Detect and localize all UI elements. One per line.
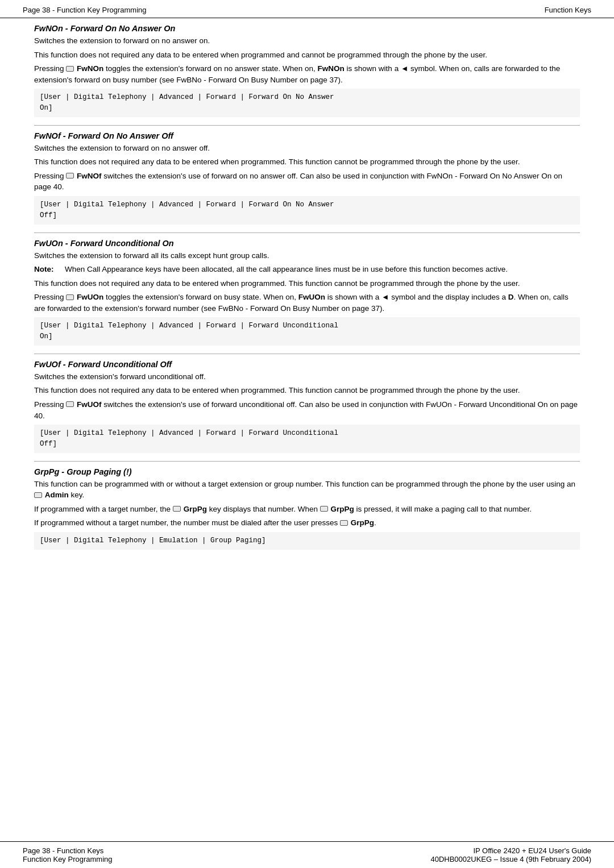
fwnon-p3: Pressing FwNOn toggles the extension's f… [34, 63, 580, 85]
footer-right-line2: 40DHB0002UKEG – Issue 4 (9th February 20… [430, 855, 591, 863]
section-fwuon: FwUOn - Forward Unconditional On Switche… [34, 239, 580, 346]
fwuof-code: [User | Digital Telephony | Advanced | F… [34, 425, 580, 453]
fwnof-p1: Switches the extension to forward on no … [34, 143, 580, 154]
key-icon [173, 506, 181, 512]
fwnon-p1: Switches the extension to forward on no … [34, 35, 580, 47]
divider-3 [34, 354, 580, 354]
header-right: Function Keys [545, 6, 591, 14]
fwnon-p2: This function does not required any data… [34, 49, 580, 61]
fwuon-note-row: Note: When Call Appearance keys have bee… [34, 264, 580, 275]
fwuof-p1: Switches the extension's forward uncondi… [34, 371, 580, 383]
page-header: Page 38 - Function Key Programming Funct… [0, 0, 614, 18]
footer-left-line1: Page 38 - Function Keys [23, 846, 113, 855]
divider-1 [34, 125, 580, 126]
key-icon [66, 66, 74, 72]
fwuon-p2: This function does not required any data… [34, 278, 580, 289]
note-text: When Call Appearance keys have been allo… [65, 264, 508, 275]
page-footer: Page 38 - Function Keys Function Key Pro… [0, 841, 614, 868]
fwuon-p3: Pressing FwUOn toggles the extension's f… [34, 292, 580, 314]
fwnon-code: [User | Digital Telephony | Advanced | F… [34, 89, 580, 117]
section-title-fwuon: FwUOn - Forward Unconditional On [34, 239, 580, 248]
grppg-p1: This function can be programmed with or … [34, 479, 580, 501]
key-icon [34, 492, 42, 498]
footer-left-line2: Function Key Programming [23, 855, 113, 863]
key-icon [320, 506, 328, 512]
header-left: Page 38 - Function Key Programming [23, 6, 147, 14]
fwnof-p3: Pressing FwNOf switches the extension's … [34, 171, 580, 193]
grppg-p2: If programmed with a target number, the … [34, 504, 580, 515]
section-fwuof: FwUOf - Forward Unconditional Off Switch… [34, 360, 580, 453]
section-fwnon: FwNOn - Forward On No Answer On Switches… [34, 24, 580, 117]
key-icon [66, 294, 74, 300]
key-icon [340, 520, 348, 526]
footer-left: Page 38 - Function Keys Function Key Pro… [23, 846, 113, 863]
main-content: FwNOn - Forward On No Answer On Switches… [0, 18, 614, 841]
section-fwnof: FwNOf - Forward On No Answer Off Switche… [34, 131, 580, 225]
fwnof-code: [User | Digital Telephony | Advanced | F… [34, 196, 580, 225]
section-grppg: GrpPg - Group Paging (!) This function c… [34, 467, 580, 550]
footer-right-line1: IP Office 2420 + EU24 User's Guide [430, 846, 591, 855]
key-icon [66, 401, 74, 407]
key-icon [66, 173, 74, 178]
grppg-code: [User | Digital Telephony | Emulation | … [34, 532, 580, 550]
divider-2 [34, 232, 580, 233]
fwuon-code: [User | Digital Telephony | Advanced | F… [34, 317, 580, 346]
section-title-grppg: GrpPg - Group Paging (!) [34, 467, 580, 476]
section-title-fwuof: FwUOf - Forward Unconditional Off [34, 360, 580, 369]
fwnof-p2: This function does not required any data… [34, 156, 580, 168]
note-label: Note: [34, 264, 61, 275]
footer-right: IP Office 2420 + EU24 User's Guide 40DHB… [430, 846, 591, 863]
fwuon-p1: Switches the extension to forward all it… [34, 250, 580, 261]
fwuof-p3: Pressing FwUOf switches the extension's … [34, 399, 580, 421]
page-wrapper: Page 38 - Function Key Programming Funct… [0, 0, 614, 868]
fwuof-p2: This function does not required any data… [34, 385, 580, 396]
section-title-fwnof: FwNOf - Forward On No Answer Off [34, 131, 580, 140]
divider-4 [34, 461, 580, 462]
grppg-p3: If programmed without a target number, t… [34, 517, 580, 529]
section-title-fwnon: FwNOn - Forward On No Answer On [34, 24, 580, 33]
